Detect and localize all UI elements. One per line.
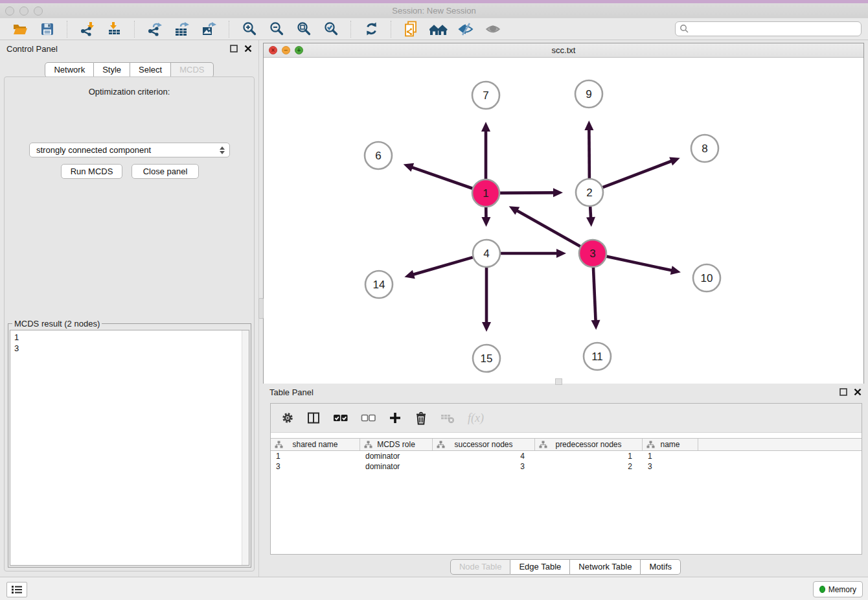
graph-edge-3-11[interactable] (593, 268, 596, 321)
export-image-button[interactable] (199, 19, 220, 39)
zoom-selected-icon (324, 21, 339, 36)
tab-select[interactable]: Select (130, 62, 171, 78)
column-header-name[interactable]: name (643, 439, 698, 450)
graph-node-2[interactable]: 2 (576, 179, 603, 206)
column-header-predecessor-nodes[interactable]: predecessor nodes (535, 439, 643, 450)
graph-node-3[interactable]: 3 (579, 240, 606, 267)
network-graph[interactable]: 7968124314101511 (264, 58, 863, 384)
graph-edge-2-8[interactable] (603, 161, 672, 187)
main-toolbar (0, 18, 868, 40)
open-session-button[interactable] (10, 19, 30, 39)
panel-splitter-handle[interactable] (258, 298, 264, 319)
tab-node-table[interactable]: Node Table (450, 559, 511, 575)
close-panel-icon[interactable] (244, 45, 252, 52)
toolbar-divider (229, 21, 230, 38)
svg-text:8: 8 (702, 143, 707, 155)
column-label: shared name (292, 440, 337, 449)
import-table-button[interactable] (104, 19, 125, 39)
result-scrollbar[interactable] (242, 330, 249, 565)
zoom-in-button[interactable] (239, 19, 260, 39)
delete-row-button[interactable] (415, 411, 428, 425)
memory-label: Memory (828, 585, 856, 594)
float-table-panel-icon[interactable] (839, 388, 847, 396)
graph-edge-3-10[interactable] (607, 257, 673, 271)
tab-mcds[interactable]: MCDS (171, 62, 213, 78)
graph-node-6[interactable]: 6 (365, 142, 392, 169)
graph-edge-3-1[interactable] (516, 211, 580, 247)
function-builder-button[interactable]: f(x) (468, 411, 484, 425)
tab-network-table[interactable]: Network Table (570, 559, 641, 575)
zoom-selected-button[interactable] (321, 19, 341, 39)
close-table-panel-icon[interactable] (854, 388, 862, 396)
delete-table-icon (440, 412, 455, 424)
column-header-MCDS-role[interactable]: MCDS role (360, 439, 433, 450)
close-panel-button[interactable]: Close panel (131, 164, 199, 179)
network-canvas[interactable]: 7968124314101511 (264, 58, 863, 384)
zoom-fit-button[interactable] (293, 19, 314, 39)
select-all-button[interactable] (333, 413, 348, 422)
split-panel-button[interactable] (307, 411, 320, 424)
search-input[interactable] (675, 21, 862, 36)
column-header-shared-name[interactable]: shared name (271, 439, 360, 450)
graph-node-7[interactable]: 7 (472, 82, 499, 109)
tab-motifs[interactable]: Motifs (641, 559, 681, 575)
criterion-select[interactable]: strongly connected component (29, 143, 230, 157)
edge-arrowhead (670, 266, 681, 275)
task-history-button[interactable] (6, 582, 27, 597)
graph-node-10[interactable]: 10 (693, 264, 720, 292)
network-frame-title: scc.txt (264, 45, 863, 55)
edge-arrowhead (553, 188, 563, 197)
tab-network[interactable]: Network (45, 62, 94, 78)
mcds-result-title: MCDS result (2 nodes) (12, 319, 102, 329)
export-image-icon (201, 21, 217, 37)
import-network-button[interactable] (77, 19, 98, 39)
export-network-button[interactable] (144, 19, 165, 39)
graph-node-15[interactable]: 15 (473, 345, 500, 372)
table-settings-button[interactable] (281, 411, 294, 424)
network-frame-titlebar[interactable]: × − + scc.txt (264, 43, 863, 58)
graph-node-11[interactable]: 11 (584, 343, 611, 370)
graph-edge-4-14[interactable] (413, 257, 473, 275)
graph-node-8[interactable]: 8 (691, 135, 718, 162)
graph-node-14[interactable]: 14 (365, 271, 393, 298)
export-table-button[interactable] (172, 19, 192, 39)
graph-node-4[interactable]: 4 (473, 240, 500, 267)
mcds-result-box[interactable]: 1 3 (10, 330, 249, 566)
table-row[interactable]: 1dominator411 (271, 451, 862, 461)
deselect-all-button[interactable] (361, 413, 376, 422)
tab-style[interactable]: Style (94, 62, 130, 78)
table-splitter-handle[interactable] (555, 378, 562, 385)
tab-edge-table[interactable]: Edge Table (510, 559, 570, 575)
graph-edge-2-3[interactable] (590, 207, 591, 218)
zoom-out-button[interactable] (266, 19, 287, 39)
toolbar-divider (134, 21, 135, 38)
float-panel-icon[interactable] (230, 45, 238, 52)
edge-arrowhead (584, 121, 593, 130)
graph-edge-1-2[interactable] (500, 192, 554, 193)
edge-arrowhead (482, 322, 491, 332)
memory-button[interactable]: Memory (813, 581, 863, 597)
svg-text:3: 3 (589, 248, 595, 260)
nested-networks-button[interactable] (428, 19, 449, 39)
show-graphics-details-button[interactable] (483, 19, 503, 39)
column-header-successor-nodes[interactable]: successor nodes (433, 439, 535, 450)
gear-icon (281, 411, 294, 424)
network-from-file-button[interactable] (401, 19, 422, 39)
select-stepper-icon (220, 146, 225, 154)
task-list-icon (11, 585, 23, 594)
hide-graphics-details-button[interactable] (455, 19, 476, 39)
graph-node-1[interactable]: 1 (472, 179, 499, 207)
svg-text:15: 15 (481, 352, 493, 365)
split-panel-icon (307, 411, 320, 424)
graph-node-9[interactable]: 9 (575, 80, 602, 108)
delete-table-button[interactable] (440, 412, 455, 424)
add-row-button[interactable] (389, 411, 402, 424)
save-session-button[interactable] (37, 19, 58, 39)
run-mcds-button[interactable]: Run MCDS (61, 164, 122, 179)
edge-arrowhead (556, 249, 566, 258)
table-body: 1dominator4113dominator323 (271, 451, 862, 472)
graph-edge-1-6[interactable] (411, 167, 472, 189)
graph-edge-2-9[interactable] (589, 129, 589, 178)
apply-preferred-layout-button[interactable] (361, 19, 382, 39)
table-row[interactable]: 3dominator323 (271, 461, 862, 472)
